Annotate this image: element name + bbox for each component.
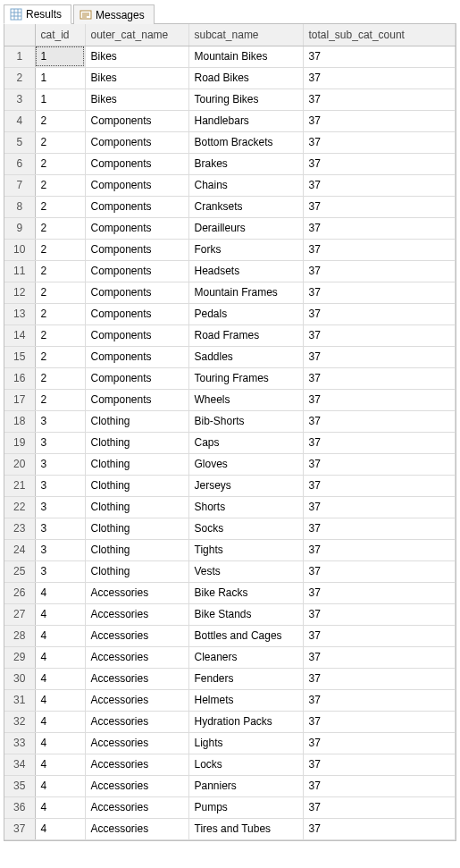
cell-subcat-name[interactable]: Chains (188, 174, 303, 196)
cell-subcat-name[interactable]: Gloves (188, 453, 303, 475)
cell-rownum[interactable]: 25 (4, 560, 35, 582)
cell-rownum[interactable]: 1 (4, 46, 35, 67)
table-row[interactable]: 112ComponentsHeadsets37 (4, 260, 456, 282)
cell-total-sub-cat-count[interactable]: 37 (303, 217, 456, 239)
cell-cat-id[interactable]: 1 (35, 46, 85, 67)
cell-total-sub-cat-count[interactable]: 37 (303, 174, 456, 196)
table-row[interactable]: 172ComponentsWheels37 (4, 389, 456, 410)
cell-rownum[interactable]: 13 (4, 303, 35, 324)
cell-total-sub-cat-count[interactable]: 37 (303, 732, 456, 754)
cell-rownum[interactable]: 30 (4, 668, 35, 689)
table-row[interactable]: 21BikesRoad Bikes37 (4, 67, 456, 88)
table-row[interactable]: 324AccessoriesHydration Packs37 (4, 711, 456, 732)
cell-rownum[interactable]: 31 (4, 689, 35, 711)
table-row[interactable]: 223ClothingShorts37 (4, 496, 456, 518)
cell-rownum[interactable]: 22 (4, 496, 35, 518)
cell-outer-cat-name[interactable]: Clothing (85, 560, 188, 582)
cell-outer-cat-name[interactable]: Components (85, 389, 188, 410)
cell-outer-cat-name[interactable]: Components (85, 239, 188, 260)
cell-subcat-name[interactable]: Tires and Tubes (188, 818, 303, 839)
cell-cat-id[interactable]: 4 (35, 818, 85, 839)
cell-outer-cat-name[interactable]: Accessories (85, 754, 188, 775)
cell-cat-id[interactable]: 4 (35, 732, 85, 754)
cell-total-sub-cat-count[interactable]: 37 (303, 239, 456, 260)
cell-subcat-name[interactable]: Bottom Brackets (188, 131, 303, 153)
cell-subcat-name[interactable]: Headsets (188, 260, 303, 282)
cell-cat-id[interactable]: 4 (35, 603, 85, 625)
cell-outer-cat-name[interactable]: Accessories (85, 711, 188, 732)
cell-cat-id[interactable]: 4 (35, 796, 85, 818)
cell-rownum[interactable]: 32 (4, 711, 35, 732)
cell-rownum[interactable]: 5 (4, 131, 35, 153)
cell-rownum[interactable]: 19 (4, 432, 35, 453)
cell-cat-id[interactable]: 2 (35, 239, 85, 260)
table-row[interactable]: 152ComponentsSaddles37 (4, 346, 456, 367)
cell-subcat-name[interactable]: Fenders (188, 668, 303, 689)
cell-subcat-name[interactable]: Touring Bikes (188, 88, 303, 110)
cell-cat-id[interactable]: 2 (35, 346, 85, 367)
cell-subcat-name[interactable]: Touring Frames (188, 367, 303, 389)
cell-outer-cat-name[interactable]: Components (85, 217, 188, 239)
cell-rownum[interactable]: 33 (4, 732, 35, 754)
cell-outer-cat-name[interactable]: Clothing (85, 410, 188, 432)
cell-outer-cat-name[interactable]: Bikes (85, 46, 188, 67)
cell-total-sub-cat-count[interactable]: 37 (303, 303, 456, 324)
cell-rownum[interactable]: 6 (4, 153, 35, 174)
cell-cat-id[interactable]: 4 (35, 646, 85, 668)
cell-total-sub-cat-count[interactable]: 37 (303, 282, 456, 303)
cell-outer-cat-name[interactable]: Clothing (85, 518, 188, 539)
cell-outer-cat-name[interactable]: Components (85, 174, 188, 196)
cell-rownum[interactable]: 35 (4, 775, 35, 796)
cell-outer-cat-name[interactable]: Clothing (85, 453, 188, 475)
cell-total-sub-cat-count[interactable]: 37 (303, 453, 456, 475)
cell-outer-cat-name[interactable]: Clothing (85, 496, 188, 518)
cell-outer-cat-name[interactable]: Clothing (85, 539, 188, 560)
cell-cat-id[interactable]: 3 (35, 539, 85, 560)
cell-rownum[interactable]: 7 (4, 174, 35, 196)
table-row[interactable]: 213ClothingJerseys37 (4, 475, 456, 496)
cell-rownum[interactable]: 29 (4, 646, 35, 668)
cell-cat-id[interactable]: 2 (35, 110, 85, 131)
cell-rownum[interactable]: 14 (4, 324, 35, 346)
table-row[interactable]: 264AccessoriesBike Racks37 (4, 582, 456, 603)
cell-outer-cat-name[interactable]: Components (85, 131, 188, 153)
cell-cat-id[interactable]: 1 (35, 88, 85, 110)
cell-total-sub-cat-count[interactable]: 37 (303, 625, 456, 646)
table-row[interactable]: 72ComponentsChains37 (4, 174, 456, 196)
cell-outer-cat-name[interactable]: Clothing (85, 475, 188, 496)
cell-outer-cat-name[interactable]: Accessories (85, 818, 188, 839)
cell-subcat-name[interactable]: Bike Racks (188, 582, 303, 603)
table-row[interactable]: 31BikesTouring Bikes37 (4, 88, 456, 110)
cell-total-sub-cat-count[interactable]: 37 (303, 775, 456, 796)
cell-total-sub-cat-count[interactable]: 37 (303, 668, 456, 689)
cell-rownum[interactable]: 3 (4, 88, 35, 110)
cell-total-sub-cat-count[interactable]: 37 (303, 324, 456, 346)
header-rownum[interactable] (4, 24, 35, 46)
cell-subcat-name[interactable]: Lights (188, 732, 303, 754)
cell-total-sub-cat-count[interactable]: 37 (303, 582, 456, 603)
cell-outer-cat-name[interactable]: Components (85, 110, 188, 131)
cell-cat-id[interactable]: 4 (35, 668, 85, 689)
table-row[interactable]: 344AccessoriesLocks37 (4, 754, 456, 775)
cell-subcat-name[interactable]: Hydration Packs (188, 711, 303, 732)
cell-cat-id[interactable]: 3 (35, 475, 85, 496)
cell-total-sub-cat-count[interactable]: 37 (303, 46, 456, 67)
cell-rownum[interactable]: 16 (4, 367, 35, 389)
cell-cat-id[interactable]: 2 (35, 324, 85, 346)
cell-subcat-name[interactable]: Tights (188, 539, 303, 560)
cell-rownum[interactable]: 8 (4, 196, 35, 217)
table-row[interactable]: 11BikesMountain Bikes37 (4, 46, 456, 67)
cell-subcat-name[interactable]: Wheels (188, 389, 303, 410)
cell-subcat-name[interactable]: Socks (188, 518, 303, 539)
table-row[interactable]: 253ClothingVests37 (4, 560, 456, 582)
cell-rownum[interactable]: 4 (4, 110, 35, 131)
cell-outer-cat-name[interactable]: Components (85, 303, 188, 324)
cell-total-sub-cat-count[interactable]: 37 (303, 475, 456, 496)
cell-subcat-name[interactable]: Panniers (188, 775, 303, 796)
cell-subcat-name[interactable]: Shorts (188, 496, 303, 518)
cell-total-sub-cat-count[interactable]: 37 (303, 711, 456, 732)
table-row[interactable]: 183ClothingBib-Shorts37 (4, 410, 456, 432)
cell-total-sub-cat-count[interactable]: 37 (303, 67, 456, 88)
table-row[interactable]: 374AccessoriesTires and Tubes37 (4, 818, 456, 839)
cell-total-sub-cat-count[interactable]: 37 (303, 646, 456, 668)
